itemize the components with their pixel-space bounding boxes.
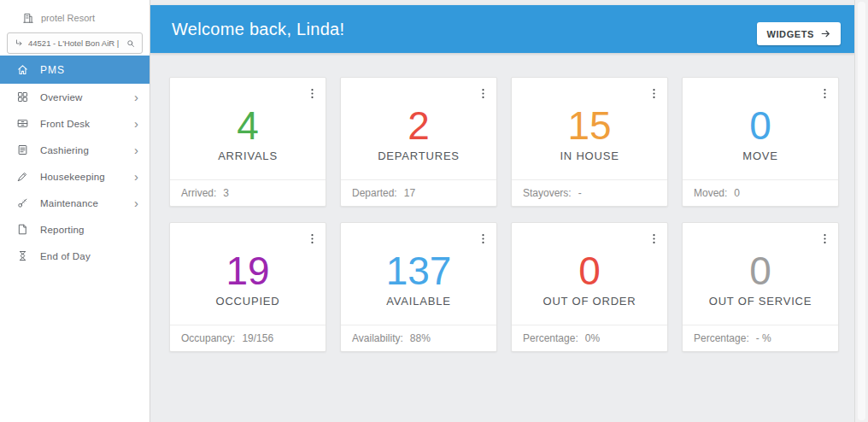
- stat-label: DEPARTURES: [378, 149, 460, 162]
- card-available: 137 AVAILABLE Availability: 88%: [340, 222, 497, 352]
- card-footer: Percentage: 0%: [512, 325, 667, 351]
- card-footer: Availability: 88%: [341, 325, 496, 351]
- footer-label: Occupancy:: [181, 332, 235, 344]
- kebab-menu-icon[interactable]: [475, 85, 490, 102]
- kebab-menu-icon[interactable]: [817, 85, 832, 102]
- footer-label: Arrived:: [181, 187, 216, 199]
- scrollbar-track: [858, 2, 865, 420]
- stat-label: ARRIVALS: [218, 149, 278, 162]
- card-departures: 2 DEPARTURES Departed: 17: [340, 77, 497, 207]
- stat-label: MOVE: [742, 149, 777, 162]
- brand-label: protel Resort: [41, 13, 95, 23]
- card-body: 0 OUT OF SERVICE: [683, 223, 838, 325]
- stat-value: 19: [226, 251, 269, 290]
- card-body: 0 MOVE: [683, 78, 838, 179]
- ledger-icon: [16, 144, 29, 156]
- subdirectory-arrow-icon: [14, 38, 24, 49]
- card-arrivals: 4 ARRIVALS Arrived: 3: [169, 77, 326, 207]
- stat-label: OUT OF SERVICE: [709, 295, 812, 308]
- property-selector[interactable]: 44521 - L'Hotel Bon AiR | Demo: [7, 32, 143, 54]
- footer-value: 88%: [410, 332, 431, 344]
- arrow-right-icon: [820, 28, 831, 39]
- card-move: 0 MOVE Moved: 0: [682, 77, 839, 207]
- page-header: Welcome back, Linda! WIDGETS: [150, 5, 855, 53]
- card-footer: Departed: 17: [341, 179, 496, 206]
- dashboard-cards: 4 ARRIVALS Arrived: 3 2 DEPARTURES: [169, 77, 839, 352]
- widgets-button[interactable]: WIDGETS: [757, 22, 841, 45]
- footer-label: Percentage:: [523, 332, 578, 344]
- kebab-menu-icon[interactable]: [817, 230, 832, 247]
- sidebar-item-label: Maintenance: [40, 198, 98, 208]
- sidebar-item-end-of-day[interactable]: End of Day: [0, 243, 150, 269]
- footer-label: Availability:: [352, 332, 403, 344]
- sidebar-item-pms[interactable]: PMS: [0, 56, 150, 84]
- app-window: protel Resort 44521 - L'Hotel Bon AiR | …: [0, 0, 868, 422]
- stat-value: 0: [749, 106, 771, 145]
- card-body: 0 OUT OF ORDER: [512, 223, 667, 325]
- sidebar-item-housekeeping[interactable]: Housekeeping ›: [0, 163, 150, 190]
- sidebar-item-label: Overview: [40, 92, 83, 103]
- desk-icon: [16, 117, 29, 130]
- card-footer: Stayovers: -: [512, 179, 667, 206]
- card-body: 15 IN HOUSE: [512, 78, 667, 179]
- card-footer: Arrived: 3: [170, 179, 326, 206]
- scrollbar[interactable]: [854, 0, 868, 422]
- stat-value: 0: [749, 251, 771, 290]
- home-icon: [16, 63, 29, 76]
- chevron-right-icon: ›: [134, 117, 138, 130]
- brush-icon: [16, 170, 29, 183]
- card-body: 2 DEPARTURES: [341, 78, 496, 179]
- sidebar-item-label: Reporting: [40, 225, 85, 235]
- kebab-menu-icon[interactable]: [646, 85, 661, 102]
- stat-label: AVAILABLE: [386, 295, 450, 308]
- card-footer: Percentage: - %: [683, 325, 838, 351]
- brand: protel Resort: [0, 0, 150, 24]
- chevron-right-icon: ›: [134, 196, 138, 209]
- stat-value: 4: [237, 106, 259, 145]
- sidebar-item-cashiering[interactable]: Cashiering ›: [0, 137, 150, 163]
- card-occupied: 19 OCCUPIED Occupancy: 19/156: [169, 222, 326, 352]
- sidebar-item-maintenance[interactable]: Maintenance ›: [0, 190, 150, 216]
- search-icon[interactable]: [126, 38, 136, 49]
- sidebar-item-overview[interactable]: Overview ›: [0, 84, 150, 110]
- card-out-of-order: 0 OUT OF ORDER Percentage: 0%: [511, 222, 668, 352]
- footer-label: Percentage:: [694, 332, 749, 344]
- widgets-button-label: WIDGETS: [766, 29, 814, 39]
- card-body: 137 AVAILABLE: [341, 223, 496, 325]
- footer-label: Moved:: [694, 187, 727, 199]
- kebab-menu-icon[interactable]: [304, 230, 320, 247]
- chevron-right-icon: ›: [134, 170, 138, 183]
- footer-label: Stayovers:: [523, 187, 572, 199]
- kebab-menu-icon[interactable]: [475, 230, 490, 247]
- key-icon: [16, 196, 29, 209]
- footer-value: 19/156: [242, 332, 273, 344]
- footer-value: 0%: [585, 332, 600, 344]
- report-icon: [16, 223, 29, 236]
- sidebar-item-label: Housekeeping: [40, 172, 105, 182]
- sidebar-item-label: End of Day: [40, 251, 91, 261]
- stat-label: OCCUPIED: [215, 295, 279, 308]
- stat-value: 15: [567, 106, 611, 145]
- stat-value: 0: [578, 251, 601, 290]
- footer-label: Departed:: [352, 187, 397, 199]
- property-selector-value: 44521 - L'Hotel Bon AiR | Demo: [28, 38, 121, 48]
- card-body: 4 ARRIVALS: [170, 78, 326, 179]
- stat-value: 2: [408, 106, 430, 145]
- sidebar-item-label: Cashiering: [40, 145, 89, 155]
- kebab-menu-icon[interactable]: [304, 85, 320, 102]
- stat-label: OUT OF ORDER: [542, 295, 636, 308]
- card-in-house: 15 IN HOUSE Stayovers: -: [511, 77, 668, 207]
- footer-value: 3: [223, 187, 229, 199]
- hourglass-icon: [16, 249, 29, 262]
- card-body: 19 OCCUPIED: [170, 223, 326, 325]
- footer-value: - %: [756, 332, 771, 344]
- greeting-text: Welcome back, Linda!: [172, 20, 344, 39]
- sidebar: protel Resort 44521 - L'Hotel Bon AiR | …: [0, 0, 150, 422]
- kebab-menu-icon[interactable]: [646, 230, 661, 247]
- stat-label: IN HOUSE: [560, 149, 619, 162]
- building-icon: [22, 12, 34, 24]
- sidebar-item-reporting[interactable]: Reporting: [0, 216, 150, 243]
- footer-value: 0: [734, 187, 740, 199]
- chevron-right-icon: ›: [134, 91, 138, 103]
- sidebar-item-front-desk[interactable]: Front Desk ›: [0, 110, 150, 137]
